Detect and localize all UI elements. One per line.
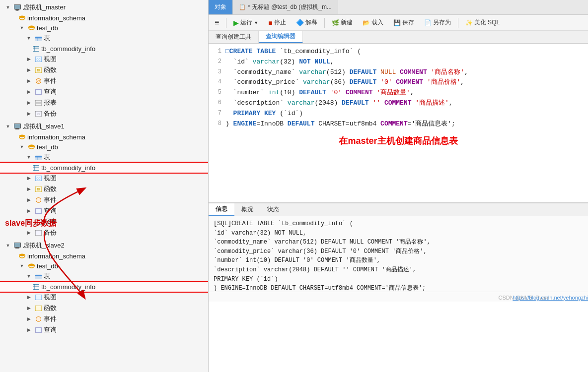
saveas-icon: 📄 bbox=[424, 19, 432, 26]
backup2-arrow: ▶ bbox=[25, 229, 33, 237]
reports1-item[interactable]: ▶ 报表 bbox=[0, 97, 208, 108]
server2-label: 虚拟机_slave1 bbox=[23, 122, 65, 131]
events1-item[interactable]: ▶ ⏱ 事件 bbox=[0, 75, 208, 86]
schema2-item[interactable]: information_schema bbox=[0, 132, 208, 142]
queries2-item[interactable]: ▶ 查询 bbox=[0, 205, 208, 216]
info-line-8: ) ENGINE=InnoDB DEFAULT CHARSET=utf8mb4 … bbox=[214, 284, 583, 292]
save-button[interactable]: 💾 保存 bbox=[390, 17, 417, 28]
info-tabs: 信息 概况 状态 bbox=[209, 203, 588, 216]
svg-rect-34 bbox=[33, 165, 39, 171]
functions3-icon bbox=[34, 304, 42, 312]
table2-label: tb_commodity_info bbox=[41, 164, 95, 172]
db2-icon bbox=[27, 143, 35, 151]
svg-rect-27 bbox=[14, 124, 20, 128]
functions3-item[interactable]: ▶ 函数 bbox=[0, 303, 208, 313]
server1-item[interactable]: ▼ 虚拟机_master bbox=[0, 2, 208, 13]
new-icon: 🌿 bbox=[332, 19, 339, 26]
functions3-label: 函数 bbox=[44, 304, 57, 312]
svg-point-57 bbox=[36, 316, 41, 321]
svg-rect-26 bbox=[15, 128, 19, 129]
table-folder1-icon bbox=[34, 34, 42, 42]
reports2-item[interactable]: ▶ 报表 bbox=[0, 216, 208, 227]
backup2-item[interactable]: ▶ 备份 bbox=[0, 227, 208, 238]
events2-arrow: ▶ bbox=[25, 196, 33, 204]
reports1-label: 报表 bbox=[44, 98, 57, 107]
svg-rect-1 bbox=[15, 9, 19, 10]
svg-rect-47 bbox=[14, 243, 20, 247]
info-tab-status[interactable]: 状态 bbox=[260, 203, 286, 216]
backup1-item[interactable]: ▶ □ 备份 bbox=[0, 108, 208, 119]
sql-line-6: 6 `description` varchar(2048) DEFAULT ''… bbox=[211, 98, 586, 109]
functions2-label: 函数 bbox=[44, 185, 57, 193]
functions1-item[interactable]: ▶ f0 函数 bbox=[0, 64, 208, 75]
master-annotation: 在master主机创建商品信息表 bbox=[211, 135, 586, 147]
schema3-label: information_schema bbox=[27, 252, 85, 260]
right-panel: 对象 📋 * 无标题 @test_db (虚拟机_m... ≡ ▶ 运行 ▼ ■… bbox=[209, 0, 588, 372]
server3-item[interactable]: ▼ 虚拟机_slave2 bbox=[0, 240, 208, 251]
events3-item[interactable]: ▶ 事件 bbox=[0, 313, 208, 324]
server1-icon bbox=[13, 3, 21, 11]
reports2-icon bbox=[34, 218, 42, 226]
db2-collapse-icon: ▼ bbox=[18, 143, 26, 151]
reports1-icon bbox=[34, 99, 42, 107]
load-button[interactable]: 📂 载入 bbox=[360, 17, 386, 28]
events1-icon: ⏱ bbox=[34, 77, 42, 85]
tables-folder1-item[interactable]: ▼ 表 bbox=[0, 33, 208, 44]
svg-point-41 bbox=[36, 197, 41, 202]
db3-icon bbox=[27, 262, 35, 270]
events2-item[interactable]: ▶ 事件 bbox=[0, 194, 208, 205]
reports2-label: 报表 bbox=[44, 217, 57, 226]
tab-object[interactable]: 对象 bbox=[209, 0, 233, 14]
svg-rect-31 bbox=[35, 156, 42, 157]
sql-line-5: 5 `number` int(10) DEFAULT '0' COMMENT '… bbox=[211, 88, 586, 98]
sub-tab-query-builder[interactable]: 查询创建工具 bbox=[209, 31, 259, 43]
sub-tab-query-editor[interactable]: 查询编辑器 bbox=[259, 31, 303, 43]
table1-label: tb_commodity_info bbox=[41, 45, 95, 53]
stop-button[interactable]: ■ 停止 bbox=[265, 17, 289, 28]
tables-folder2-item[interactable]: ▼ 表 bbox=[0, 152, 208, 163]
queries1-item[interactable]: ▶ 查询 bbox=[0, 86, 208, 97]
info-tab-overview[interactable]: 概况 bbox=[234, 203, 260, 216]
views2-item[interactable]: ▶ oo 视图 bbox=[0, 173, 208, 184]
queries3-icon bbox=[34, 326, 42, 334]
tab-bar: 对象 📋 * 无标题 @test_db (虚拟机_m... bbox=[209, 0, 588, 15]
server2-item[interactable]: ▼ 虚拟机_slave1 bbox=[0, 121, 208, 132]
sql-line-8: 8 ) ENGINE=InnoDB DEFAULT CHARSET=utf8mb… bbox=[211, 119, 586, 129]
new-button[interactable]: 🌿 新建 bbox=[329, 17, 356, 28]
db2-item[interactable]: ▼ test_db bbox=[0, 142, 208, 152]
info-line-2: `id` varchar(32) NOT NULL, bbox=[214, 229, 583, 238]
server3-collapse-icon: ▼ bbox=[4, 242, 12, 249]
svg-point-49 bbox=[28, 263, 34, 266]
views3-item[interactable]: ▶ 视图 bbox=[0, 292, 208, 303]
sql-editor[interactable]: 1 □CREATE TABLE `tb_commodity_info` ( 2 … bbox=[209, 44, 588, 202]
views3-icon bbox=[34, 293, 42, 301]
table1-item[interactable]: tb_commodity_info bbox=[0, 44, 208, 54]
svg-point-5 bbox=[28, 25, 34, 28]
menu-button[interactable]: ≡ bbox=[212, 17, 222, 28]
db1-item[interactable]: ▼ test_db bbox=[0, 23, 208, 33]
run-button[interactable]: ▶ 运行 ▼ bbox=[230, 17, 261, 28]
saveas-button[interactable]: 📄 另存为 bbox=[421, 17, 454, 28]
explain-button[interactable]: 🔷 解释 bbox=[293, 17, 320, 28]
svg-rect-10 bbox=[33, 46, 39, 52]
sql-line-4: 4 `commodity_price` varchar(36) DEFAULT … bbox=[211, 77, 586, 88]
toolbar-sep1 bbox=[226, 18, 226, 28]
tables-folder3-item[interactable]: ▼ 表 bbox=[0, 271, 208, 282]
functions2-item[interactable]: ▶ f0 函数 bbox=[0, 184, 208, 194]
db3-item[interactable]: ▼ test_db bbox=[0, 261, 208, 271]
events2-label: 事件 bbox=[44, 195, 57, 204]
tab-query[interactable]: 📋 * 无标题 @test_db (虚拟机_m... bbox=[233, 0, 338, 14]
schema3-item[interactable]: information_schema bbox=[0, 251, 208, 261]
server3-label: 虚拟机_slave2 bbox=[23, 241, 65, 250]
beautify-button[interactable]: ✨ 美化 SQL bbox=[462, 17, 503, 28]
table3-item[interactable]: tb_commodity_info bbox=[0, 282, 208, 292]
views3-label: 视图 bbox=[44, 293, 57, 302]
table2-icon bbox=[32, 164, 40, 172]
table2-item[interactable]: tb_commodity_info bbox=[0, 163, 208, 173]
info-tab-info[interactable]: 信息 bbox=[209, 203, 234, 216]
schema1-item[interactable]: information_schema bbox=[0, 13, 208, 23]
events3-icon bbox=[34, 315, 42, 323]
views1-item[interactable]: ▶ oo 视图 bbox=[0, 54, 208, 64]
queries3-item[interactable]: ▶ 查询 bbox=[0, 324, 208, 335]
svg-rect-2 bbox=[16, 10, 18, 11]
